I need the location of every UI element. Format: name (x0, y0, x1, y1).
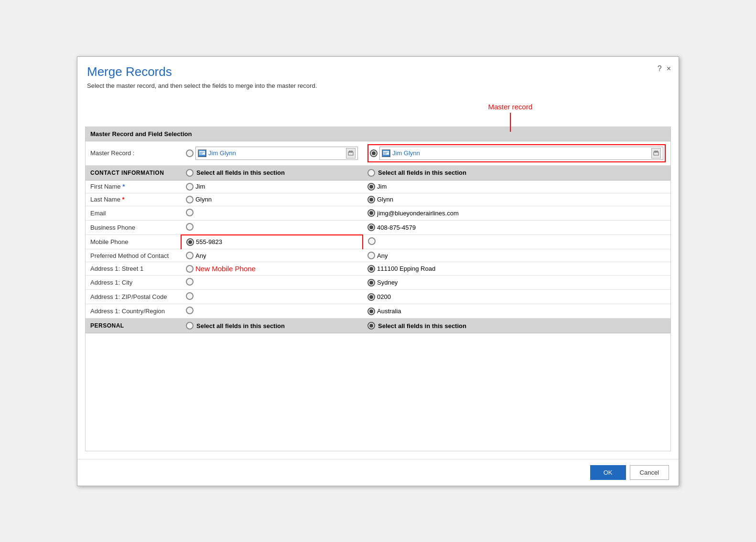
personal-right-select-all-radio[interactable] (367, 322, 375, 329)
personal-right-select-all-label: Select all fields in this section (378, 322, 466, 329)
street1-left: New Mobile Phone (181, 262, 363, 276)
svg-rect-10 (384, 152, 389, 152)
business-phone-right-group: 408-875-4579 (367, 223, 666, 231)
preferred-contact-left-group: Any (186, 252, 358, 259)
zip-right-value: 0200 (377, 293, 391, 300)
first-name-left-value: Jim (195, 183, 205, 190)
country-left (181, 304, 363, 319)
personal-left-select-all-group: Select all fields in this section (186, 322, 358, 329)
cancel-button[interactable]: Cancel (630, 465, 669, 480)
zip-label: Address 1: ZIP/Postal Code (86, 290, 181, 304)
records-table: Master Record and Field Selection Master… (86, 127, 670, 334)
street1-right: 111100 Epping Road (363, 262, 670, 276)
right-record-browse-btn[interactable] (651, 148, 661, 159)
mobile-phone-left-radio[interactable] (186, 238, 194, 246)
street1-right-radio[interactable] (367, 265, 375, 273)
field-row-zip: Address 1: ZIP/Postal Code 0200 (86, 290, 670, 304)
city-left (181, 276, 363, 290)
email-left-radio[interactable] (186, 209, 194, 216)
preferred-contact-left-radio[interactable] (186, 252, 194, 259)
field-row-country: Address 1: Country/Region Australia (86, 304, 670, 319)
personal-left-select-all-cell: Select all fields in this section (181, 319, 363, 333)
mobile-phone-left-group: 555-9823 (186, 238, 357, 246)
field-row-preferred-contact: Preferred Method of Contact Any Any (86, 249, 670, 262)
right-record-name: Jim Glynn (392, 149, 649, 157)
right-record-picker[interactable]: Jim Glynn (379, 147, 663, 160)
last-name-left-group: Glynn (186, 196, 358, 203)
country-right-value: Australia (377, 308, 401, 315)
mobile-phone-right-radio[interactable] (368, 237, 376, 245)
personal-left-select-all-radio[interactable] (186, 322, 194, 329)
right-select-all-radio[interactable] (367, 169, 375, 177)
business-phone-label: Business Phone (86, 220, 181, 235)
zip-right-radio[interactable] (367, 293, 375, 301)
email-right: jimg@blueyonderairlines.com (363, 206, 670, 220)
last-name-right-group: Glynn (367, 196, 666, 203)
first-name-label: First Name * (86, 180, 181, 193)
field-row-last-name: Last Name * Glynn Glynn (86, 193, 670, 206)
business-phone-left (181, 220, 363, 235)
last-name-left-radio[interactable] (186, 196, 194, 203)
business-phone-right-radio[interactable] (367, 223, 375, 231)
first-name-left-radio[interactable] (186, 183, 194, 191)
last-name-left-value: Glynn (195, 196, 212, 203)
contact-info-header-row: CONTACT INFORMATION Select all fields in… (86, 165, 670, 180)
first-name-left-group: Jim (186, 183, 358, 191)
left-record-picker[interactable]: Jim Glynn (195, 147, 358, 160)
svg-rect-2 (200, 152, 205, 152)
preferred-contact-right-radio[interactable] (367, 252, 375, 259)
left-record-browse-btn[interactable] (346, 148, 356, 159)
right-master-radio[interactable] (370, 149, 378, 157)
last-name-left: Glynn (181, 193, 363, 206)
email-right-value: jimg@blueyonderairlines.com (377, 210, 459, 217)
right-select-all-label: Select all fields in this section (378, 169, 466, 176)
dialog-controls: ? × (658, 64, 671, 73)
first-name-right-group: Jim (367, 183, 666, 191)
city-label: Address 1: City (86, 276, 181, 290)
last-name-right: Glynn (363, 193, 670, 206)
first-name-right-radio[interactable] (367, 183, 375, 191)
country-right-radio[interactable] (367, 308, 375, 315)
field-row-mobile-phone: Mobile Phone 555-9823 (86, 235, 670, 249)
mobile-phone-right (363, 235, 670, 249)
zip-left-radio[interactable] (186, 292, 194, 300)
dialog-header: Merge Records Select the master record, … (77, 57, 679, 93)
street1-right-group: 111100 Epping Road (367, 265, 666, 273)
close-button[interactable]: × (667, 64, 671, 73)
left-record-group: Jim Glynn (186, 147, 358, 160)
left-master-radio[interactable] (186, 149, 194, 157)
street1-left-radio[interactable] (186, 265, 194, 273)
dialog-footer: OK Cancel (77, 459, 679, 486)
left-record-icon (198, 149, 206, 157)
mobile-phone-left-value: 555-9823 (196, 238, 222, 245)
svg-rect-3 (200, 153, 203, 153)
mobile-phone-label: Mobile Phone (86, 235, 181, 249)
city-right-radio[interactable] (367, 279, 375, 287)
personal-right-select-all-cell: Select all fields in this section (363, 319, 670, 333)
main-content: Master record Master Record and Field Se… (77, 93, 679, 459)
section-header-row: Master Record and Field Selection (86, 127, 670, 141)
first-name-right-value: Jim (377, 183, 387, 190)
help-button[interactable]: ? (658, 64, 662, 73)
last-name-right-value: Glynn (377, 196, 393, 203)
field-row-business-phone: Business Phone 408-875-4579 (86, 220, 670, 235)
right-select-all-cell: Select all fields in this section (363, 165, 670, 180)
preferred-contact-left-value: Any (195, 252, 206, 259)
country-right: Australia (363, 304, 670, 319)
email-right-radio[interactable] (367, 209, 375, 217)
personal-right-select-all-group: Select all fields in this section (367, 322, 666, 329)
ok-button[interactable]: OK (590, 465, 626, 480)
business-phone-left-radio[interactable] (186, 223, 194, 231)
first-name-left: Jim (181, 180, 363, 193)
preferred-contact-label: Preferred Method of Contact (86, 249, 181, 262)
zip-left (181, 290, 363, 304)
new-mobile-annotation: New Mobile Phone (195, 265, 256, 273)
right-record-icon (382, 149, 390, 157)
last-name-right-radio[interactable] (367, 196, 375, 203)
zip-right-group: 0200 (367, 293, 666, 301)
country-left-radio[interactable] (186, 307, 194, 314)
left-select-all-radio[interactable] (186, 169, 194, 177)
city-left-radio[interactable] (186, 278, 194, 286)
street1-label: Address 1: Street 1 (86, 262, 181, 276)
records-table-container[interactable]: Master Record and Field Selection Master… (85, 127, 671, 451)
